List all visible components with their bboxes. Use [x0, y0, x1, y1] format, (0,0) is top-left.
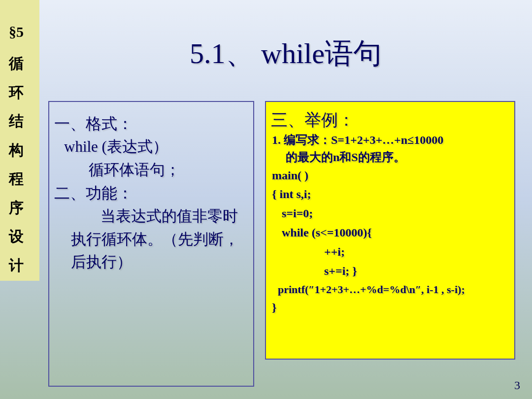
- code-line-8: }: [271, 298, 509, 317]
- problem-line-2: 的最大的n和S的程序。: [271, 149, 509, 166]
- code-line-6: s+=i; }: [271, 262, 509, 281]
- code-line-7: printf(″1+2+3+…+%d=%d\n″, i-1 , s-i);: [271, 281, 509, 299]
- section-number: §5: [9, 24, 39, 40]
- code-line-4: while (s<=10000){: [271, 223, 509, 242]
- code-line-1: main( ): [271, 166, 509, 185]
- format-line-2: 循环体语句；: [54, 159, 248, 182]
- sidebar-title-vertical: 循 环 结 构 程 序 设 计: [9, 49, 39, 280]
- function-body: 当表达式的值非零时执行循环体。（先判断，后执行）: [54, 205, 248, 274]
- slide-title: 5.1、 while语句: [39, 34, 532, 73]
- problem-line-1: 1. 编写求：S=1+2+3+…+n≤10000: [271, 132, 509, 149]
- page-number: 3: [514, 379, 520, 392]
- code-line-3: s=i=0;: [271, 204, 509, 223]
- box-format-function: 一、格式： while (表达式） 循环体语句； 二、功能： 当表达式的值非零时…: [48, 101, 254, 387]
- box-example: 三、举例： 1. 编写求：S=1+2+3+…+n≤10000 的最大的n和S的程…: [265, 101, 515, 360]
- heading-function: 二、功能：: [54, 181, 248, 205]
- code-line-5: ++i;: [271, 242, 509, 262]
- heading-format: 一、格式：: [54, 112, 248, 135]
- heading-example: 三、举例：: [271, 109, 509, 132]
- sidebar: §5 循 环 结 构 程 序 设 计: [0, 0, 39, 281]
- code-line-2: { int s,i;: [271, 185, 509, 204]
- format-line-1: while (表达式）: [54, 135, 248, 159]
